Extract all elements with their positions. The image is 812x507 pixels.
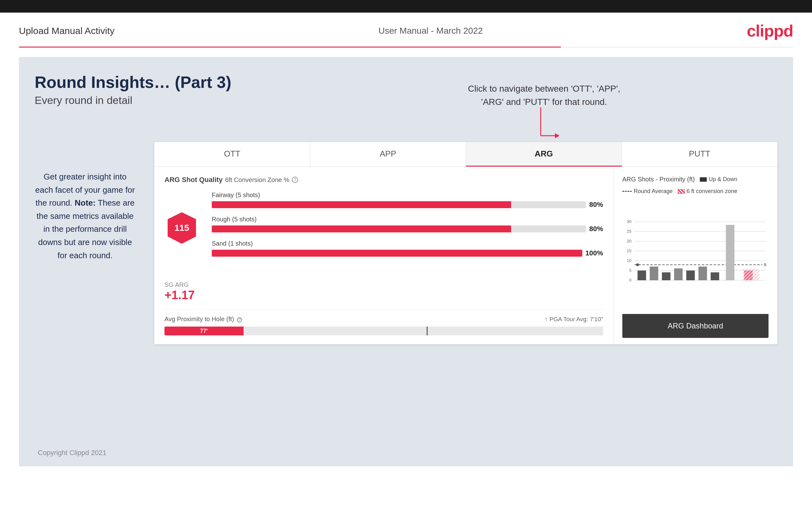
- tab-bar: OTT APP ARG PUTT: [154, 142, 777, 167]
- chart-header: ARG Shots - Proximity (ft) Up & Down Rou…: [622, 176, 768, 194]
- chart-title: ARG Shots - Proximity (ft): [622, 176, 695, 183]
- hex-score-area: 115 Fairway (5 shots): [164, 191, 603, 264]
- left-desc-text: Get greater insight into each facet of y…: [35, 172, 135, 260]
- svg-text:30: 30: [627, 219, 631, 224]
- right-panel: ARG Shots - Proximity (ft) Up & Down Rou…: [613, 167, 777, 344]
- widget-body: ARG Shot Quality 6ft Conversion Zone % ?…: [154, 167, 777, 344]
- bar-fill-sand: [212, 250, 582, 257]
- prox-pga-avg: ↑ PGA Tour Avg: 7'10": [545, 316, 603, 323]
- prox-header: Avg Proximity to Hole (ft) ? ↑ PGA Tour …: [164, 316, 603, 323]
- svg-rect-30: [726, 225, 734, 280]
- bar-track-rough: [212, 225, 586, 232]
- bar-label-fairway: Fairway (5 shots): [212, 191, 603, 199]
- legend-dashed-icon: [622, 191, 632, 192]
- tab-ott[interactable]: OTT: [154, 142, 310, 167]
- svg-text:5: 5: [629, 268, 631, 273]
- tab-arg[interactable]: ARG: [466, 142, 622, 167]
- bar-pct-sand: 100%: [586, 249, 603, 257]
- legend-6ft: 6 ft conversion zone: [678, 188, 737, 194]
- clippd-logo[interactable]: clippd: [747, 21, 793, 40]
- prox-cursor: [427, 327, 427, 335]
- proximity-section: Avg Proximity to Hole (ft) ? ↑ PGA Tour …: [164, 309, 603, 335]
- bar-row-fairway: Fairway (5 shots) 80%: [212, 191, 603, 209]
- header-divider: [19, 47, 793, 48]
- svg-text:0: 0: [629, 278, 631, 282]
- svg-rect-26: [674, 268, 682, 280]
- svg-rect-23: [638, 271, 646, 280]
- left-description: Get greater insight into each facet of y…: [35, 170, 136, 262]
- bar-label-rough: Rough (5 shots): [212, 216, 603, 223]
- svg-text:20: 20: [627, 239, 631, 243]
- bar-track-bg-fairway: [212, 201, 586, 208]
- prox-bar-track: 77': [164, 327, 603, 335]
- help-icon[interactable]: ?: [292, 177, 298, 183]
- svg-text:25: 25: [627, 229, 631, 234]
- header: Upload Manual Activity User Manual - Mar…: [0, 13, 812, 47]
- bars-section: Fairway (5 shots) 80%: [212, 191, 603, 264]
- main-content: Round Insights… (Part 3) Every round in …: [19, 57, 793, 466]
- arg-dashboard-button[interactable]: ARG Dashboard: [622, 314, 768, 338]
- tab-putt[interactable]: PUTT: [622, 142, 778, 167]
- sg-arg-section: SG ARG +1.17: [164, 277, 603, 302]
- legend-round-avg: Round Average: [622, 188, 673, 194]
- svg-rect-24: [650, 267, 658, 281]
- svg-rect-28: [699, 267, 707, 281]
- legend-6ft-label: 6 ft conversion zone: [687, 188, 737, 194]
- legend-updown: Up & Down: [700, 176, 737, 183]
- section-header: ARG Shot Quality 6ft Conversion Zone % ?: [164, 176, 603, 184]
- svg-text:8: 8: [764, 262, 767, 267]
- prox-value: 77': [200, 328, 208, 334]
- legend-round-avg-label: Round Average: [633, 188, 673, 194]
- hex-score-wrap: 115: [164, 211, 199, 245]
- prox-label: Avg Proximity to Hole (ft) ?: [164, 316, 242, 323]
- section-title-sub: 6ft Conversion Zone %: [225, 176, 289, 184]
- svg-rect-32: [744, 271, 753, 280]
- page-title: Round Insights… (Part 3): [35, 73, 777, 92]
- top-bar: [0, 0, 812, 13]
- bar-sand-row: 100%: [212, 249, 603, 257]
- bar-row-sand: Sand (1 shots) 100%: [212, 240, 603, 257]
- sg-label: SG ARG: [164, 281, 603, 288]
- legend-solid-icon: [700, 177, 707, 182]
- proximity-chart: 0 5 10 15 20 25 30: [622, 203, 768, 285]
- round-insights-widget: OTT APP ARG PUTT ARG Shot Quality 6ft Co…: [154, 142, 777, 344]
- bar-track-sand: [212, 250, 582, 257]
- bar-track-bg-sand: [212, 250, 582, 257]
- left-panel: ARG Shot Quality 6ft Conversion Zone % ?…: [154, 167, 613, 344]
- nav-hint-text: Click to navigate between 'OTT', 'APP','…: [468, 84, 620, 107]
- svg-rect-25: [662, 272, 670, 280]
- document-title: User Manual - March 2022: [378, 26, 483, 36]
- bar-fill-fairway: [212, 201, 511, 208]
- bar-label-sand: Sand (1 shots): [212, 240, 603, 247]
- svg-text:15: 15: [627, 248, 631, 253]
- svg-marker-2: [555, 133, 560, 138]
- page-subtitle: Every round in detail: [35, 94, 777, 106]
- prox-help-icon[interactable]: ?: [237, 318, 242, 323]
- chart-area: 0 5 10 15 20 25 30: [622, 203, 768, 309]
- svg-rect-27: [686, 271, 695, 280]
- bar-track-bg-rough: [212, 225, 586, 232]
- svg-text:10: 10: [627, 258, 631, 263]
- bar-pct-fairway: 80%: [589, 201, 603, 209]
- bar-rough-row: 80%: [212, 225, 603, 233]
- bar-fairway-row: 80%: [212, 201, 603, 209]
- bar-row-rough: Rough (5 shots) 80%: [212, 216, 603, 233]
- svg-rect-29: [711, 272, 719, 280]
- svg-marker-19: [635, 263, 640, 267]
- nav-hint: Click to navigate between 'OTT', 'APP','…: [468, 82, 620, 109]
- section-title-label: ARG Shot Quality: [164, 176, 223, 184]
- bar-fill-rough: [212, 225, 511, 232]
- legend-updown-label: Up & Down: [709, 176, 737, 183]
- upload-manual-label: Upload Manual Activity: [19, 25, 115, 36]
- bar-track-fairway: [212, 201, 586, 208]
- footer-copyright: Copyright Clippd 2021: [38, 449, 106, 457]
- bar-pct-rough: 80%: [589, 225, 603, 233]
- tab-app[interactable]: APP: [310, 142, 466, 167]
- legend-hatch-icon: [678, 189, 685, 194]
- prox-bar-fill: 77': [164, 327, 244, 335]
- hex-score-value: 115: [174, 223, 189, 233]
- sg-value: +1.17: [164, 288, 603, 302]
